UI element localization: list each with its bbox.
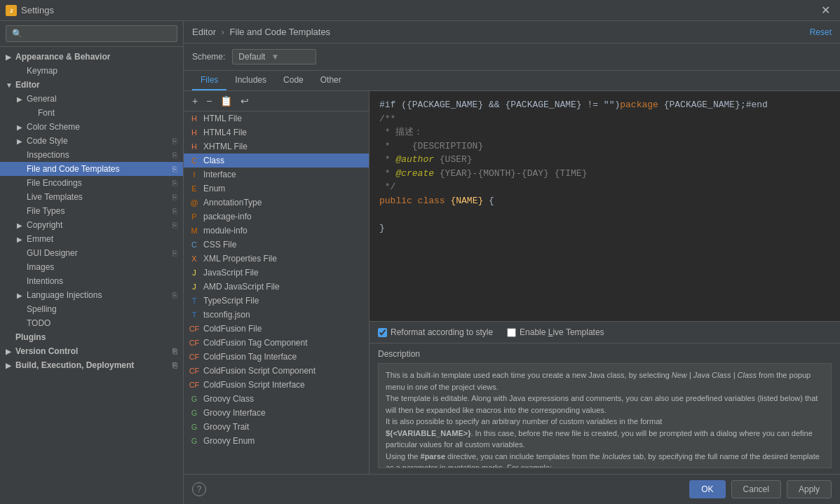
file-item-html4[interactable]: H HTML4 File (184, 125, 369, 139)
file-item-enum[interactable]: E Enum (184, 182, 369, 196)
file-item-cssfile[interactable]: C CSS File (184, 238, 369, 252)
file-item-packageinfo[interactable]: P package-info (184, 210, 369, 224)
file-item-groovyenum[interactable]: G Groovy Enum (184, 434, 369, 448)
file-name: ColdFusion Tag Interface (203, 352, 297, 362)
live-templates-label: Enable Live Templates (520, 327, 604, 337)
tree-arrow-icon: ▶ (17, 222, 24, 229)
sidebar-item-label: Color Scheme (27, 122, 80, 132)
file-item-class[interactable]: C Class (184, 154, 369, 168)
file-item-xhtml[interactable]: H XHTML File (184, 139, 369, 154)
file-item-cftagiface[interactable]: CF ColdFusion Tag Interface (184, 350, 369, 364)
file-name: JavaScript File (203, 268, 259, 278)
file-type-icon: M (189, 226, 199, 236)
sidebar-item-copyright[interactable]: ▶Copyright⎘ (0, 218, 183, 232)
sidebar-item-inspections[interactable]: Inspections⎘ (0, 148, 183, 162)
sidebar-item-buildexecution[interactable]: ▶Build, Execution, Deployment⎘ (0, 358, 183, 372)
cancel-button[interactable]: Cancel (731, 480, 781, 498)
file-item-xmlprops[interactable]: X XML Properties File (184, 252, 369, 266)
search-input[interactable] (6, 25, 177, 42)
sidebar-item-intentions[interactable]: Intentions (0, 274, 183, 288)
file-item-amdjsfile[interactable]: J AMD JavaScript File (184, 280, 369, 294)
file-item-cfscriptiface[interactable]: CF ColdFusion Script Interface (184, 378, 369, 392)
breadcrumb-section: File and Code Templates (230, 27, 331, 37)
sidebar-item-images[interactable]: Images (0, 260, 183, 274)
file-type-icon: G (189, 408, 199, 418)
file-name: tsconfig.json (203, 310, 250, 320)
reformat-option[interactable]: Reformat according to style (378, 327, 493, 337)
sidebar-item-todo[interactable]: TODO (0, 316, 183, 330)
add-template-button[interactable]: + (189, 94, 201, 108)
sidebar-item-label: Images (27, 262, 54, 272)
file-type-icon: G (189, 436, 199, 446)
copy-icon: ⎘ (172, 221, 177, 229)
code-line: * @author {USER} (379, 153, 830, 167)
live-templates-option[interactable]: Enable Live Templates (507, 327, 604, 337)
help-area: ? (192, 482, 206, 496)
file-type-icon: CF (189, 352, 199, 362)
file-type-icon: J (189, 282, 199, 292)
live-templates-checkbox[interactable] (507, 328, 516, 337)
file-item-coldfusionfile[interactable]: CF ColdFusion File (184, 322, 369, 336)
file-item-groovyiface[interactable]: G Groovy Interface (184, 406, 369, 420)
file-item-moduleinfo[interactable]: M module-info (184, 224, 369, 238)
sidebar-item-codestyle[interactable]: ▶Code Style⎘ (0, 134, 183, 148)
file-type-icon: H (189, 142, 199, 151)
sidebar-item-font[interactable]: Font (0, 106, 183, 120)
sidebar-item-fileencodings[interactable]: File Encodings⎘ (0, 176, 183, 190)
sidebar-item-spelling[interactable]: Spelling (0, 302, 183, 316)
code-editor[interactable]: #if ({PACKAGE_NAME} && {PACKAGE_NAME} !=… (370, 91, 840, 321)
sidebar-item-guidesigner[interactable]: GUI Designer⎘ (0, 246, 183, 260)
sidebar-item-languageinjections[interactable]: ▶Language Injections⎘ (0, 288, 183, 302)
tree-arrow-icon: ▶ (17, 292, 24, 299)
file-name: ColdFusion Script Interface (203, 380, 305, 390)
tab-includes[interactable]: Includes (226, 71, 275, 90)
tab-files[interactable]: Files (192, 71, 226, 90)
copy-template-button[interactable]: 📋 (217, 94, 235, 108)
scheme-label: Scheme: (192, 52, 225, 62)
remove-template-button[interactable]: − (203, 94, 215, 108)
file-item-cftag[interactable]: CF ColdFusion Tag Component (184, 336, 369, 350)
file-item-jsfile[interactable]: J JavaScript File (184, 266, 369, 280)
file-item-tsconfig[interactable]: T tsconfig.json (184, 308, 369, 322)
file-item-annotationtype[interactable]: @ AnnotationType (184, 196, 369, 210)
file-item-groovytrait[interactable]: G Groovy Trait (184, 420, 369, 434)
file-type-icon: G (189, 422, 199, 432)
help-button[interactable]: ? (192, 482, 206, 496)
sidebar-item-appearance[interactable]: ▶Appearance & Behavior (0, 50, 183, 64)
apply-button[interactable]: Apply (787, 480, 832, 498)
sidebar-item-emmet[interactable]: ▶Emmet (0, 232, 183, 246)
sidebar-item-label: Keymap (27, 66, 57, 76)
sidebar-item-filetypes[interactable]: File Types⎘ (0, 204, 183, 218)
file-item-html[interactable]: H HTML File (184, 111, 369, 125)
tree-arrow-icon: ▶ (6, 348, 13, 355)
sidebar-item-plugins[interactable]: Plugins (0, 330, 183, 344)
tree-arrow-icon: ▶ (6, 362, 13, 369)
tab-other[interactable]: Other (312, 71, 350, 90)
sidebar-item-label: Spelling (27, 304, 57, 314)
close-button[interactable]: ✕ (817, 2, 834, 18)
sidebar-item-editor[interactable]: ▼Editor (0, 78, 183, 92)
sidebar-item-label: GUI Designer (27, 248, 78, 258)
file-item-groovyclass[interactable]: G Groovy Class (184, 392, 369, 406)
scheme-dropdown[interactable]: Default ▼ (232, 49, 316, 64)
file-item-cfscriptcomp[interactable]: CF ColdFusion Script Component (184, 364, 369, 378)
sidebar-item-livetemplates[interactable]: Live Templates⎘ (0, 190, 183, 204)
file-item-tsfile[interactable]: T TypeScript File (184, 294, 369, 308)
sidebar-item-keymap[interactable]: Keymap (0, 64, 183, 78)
sidebar-item-label: Live Templates (27, 192, 83, 202)
sidebar-item-colorscheme[interactable]: ▶Color Scheme (0, 120, 183, 134)
scheme-bar: Scheme: Default ▼ (184, 43, 840, 71)
reset-button[interactable]: Reset (810, 27, 832, 37)
panels-area: + − 📋 ↩ H HTML File H HTML4 File H XHTML… (184, 91, 840, 474)
tab-code[interactable]: Code (275, 71, 312, 90)
ok-button[interactable]: OK (689, 480, 725, 498)
reset-template-button[interactable]: ↩ (238, 94, 252, 108)
code-line: /** (379, 112, 830, 126)
file-item-interface[interactable]: I Interface (184, 168, 369, 182)
file-type-icon: C (189, 240, 199, 250)
sidebar-item-fileandcode[interactable]: File and Code Templates⎘ (0, 162, 183, 176)
sidebar-item-label: Copyright (27, 220, 62, 230)
sidebar-item-versioncontrol[interactable]: ▶Version Control⎘ (0, 344, 183, 358)
sidebar-item-general[interactable]: ▶General (0, 92, 183, 106)
reformat-checkbox[interactable] (378, 328, 387, 337)
